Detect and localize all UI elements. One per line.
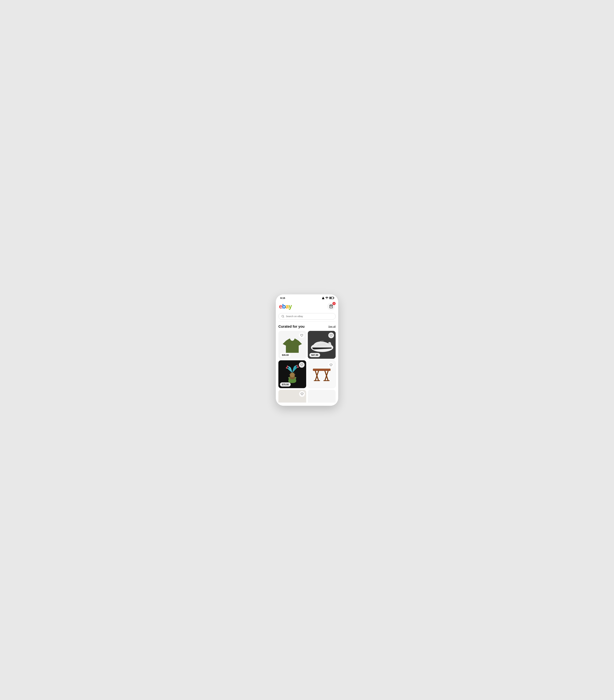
partial-left-wishlist-button[interactable] <box>299 391 305 397</box>
section-header: Curated for you See all <box>278 324 336 329</box>
heart-icon <box>330 334 333 337</box>
tshirt-wishlist-button[interactable] <box>299 333 305 338</box>
search-bar[interactable]: Search on eBay <box>278 313 336 320</box>
svg-point-17 <box>296 365 298 366</box>
bottom-partial-row <box>278 390 336 406</box>
header: e b a y 9 <box>276 301 338 312</box>
ebay-logo: e b a y <box>279 303 292 310</box>
see-all-link[interactable]: See all <box>328 325 336 328</box>
partial-card-left[interactable] <box>278 390 306 402</box>
svg-point-14 <box>286 367 287 368</box>
svg-marker-0 <box>322 297 324 299</box>
wifi-icon <box>325 297 328 299</box>
cart-container: 9 <box>327 302 335 310</box>
partial-card-right[interactable] <box>308 390 336 402</box>
plant-wishlist-button[interactable] <box>299 362 305 368</box>
status-time: 9:15 <box>280 297 285 299</box>
svg-point-8 <box>290 373 294 377</box>
svg-rect-20 <box>313 369 330 371</box>
curated-section: Curated for you See all $ <box>276 322 338 406</box>
product-card-shoes[interactable]: $47.99 <box>308 331 336 359</box>
heart-icon <box>330 363 332 366</box>
search-icon <box>281 315 284 318</box>
signal-icon <box>322 297 324 299</box>
heart-icon <box>300 392 304 395</box>
shoes-price: $47.99 <box>309 353 320 357</box>
battery-icon <box>329 297 334 299</box>
phone-frame: 9:15 e b a y <box>276 295 338 406</box>
section-title: Curated for you <box>278 324 305 329</box>
search-container: Search on eBay <box>276 312 338 322</box>
logo-a: a <box>285 303 289 310</box>
tshirt-price: $35.00 <box>280 353 291 357</box>
product-grid: $35.00 <box>278 331 336 388</box>
search-placeholder-text: Search on eBay <box>286 315 303 317</box>
svg-point-15 <box>287 366 288 367</box>
cart-badge: 9 <box>332 302 336 305</box>
product-card-tshirt[interactable]: $35.00 <box>278 331 306 359</box>
heart-icon <box>300 363 303 366</box>
status-bar: 9:15 <box>276 295 338 301</box>
status-icons <box>322 297 334 299</box>
table-wishlist-button[interactable] <box>328 362 334 368</box>
heart-icon <box>300 334 303 337</box>
plant-price: $75.00 <box>280 383 291 387</box>
product-card-plant[interactable]: $75.00 <box>278 360 306 388</box>
product-card-table[interactable] <box>308 360 336 388</box>
logo-y: y <box>289 303 292 310</box>
logo-b: b <box>282 303 285 310</box>
logo-e: e <box>279 303 282 310</box>
shoes-wishlist-button[interactable] <box>328 333 334 338</box>
svg-point-16 <box>297 366 299 368</box>
cart-icon <box>329 304 333 308</box>
